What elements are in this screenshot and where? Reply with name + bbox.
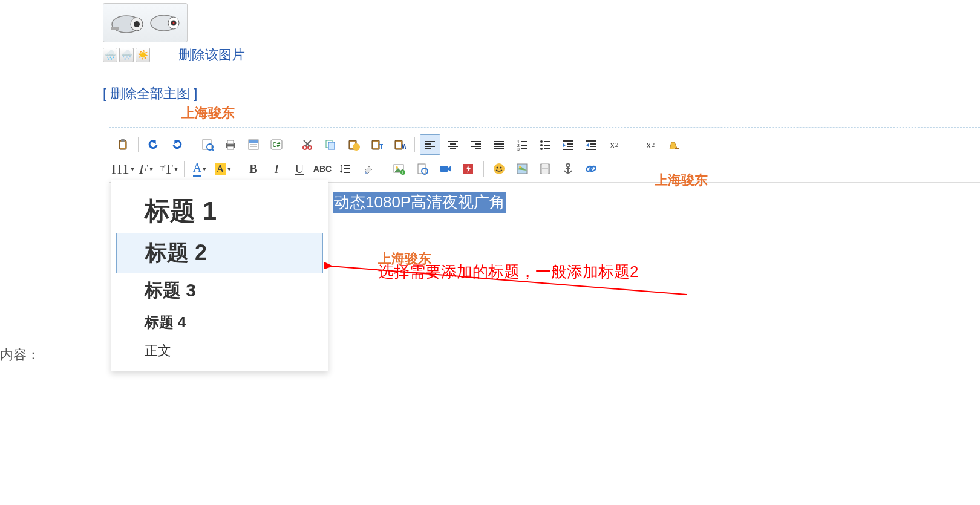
heading-option-h1[interactable]: 标题 1: [111, 189, 328, 233]
font-color-icon[interactable]: A▾: [189, 158, 210, 179]
anchor-icon[interactable]: [558, 158, 578, 179]
outdent-icon[interactable]: [581, 134, 601, 155]
svg-point-95: [567, 164, 570, 167]
strikethrough-icon[interactable]: ABC: [312, 158, 333, 179]
align-left-icon[interactable]: [420, 134, 440, 155]
heading-option-h4[interactable]: 标题 4: [111, 308, 328, 337]
svg-point-7: [173, 22, 175, 24]
indent-icon[interactable]: [558, 134, 578, 155]
heading-menu: 标题 1 标题 2 标题 3 标题 4 正文: [111, 180, 328, 371]
paste-text-icon[interactable]: T: [366, 134, 387, 155]
save-icon[interactable]: [535, 158, 555, 179]
svg-rect-15: [227, 140, 234, 144]
image-effect-row: 🌧️ 🌨️ ☀️ 删除该图片: [103, 46, 980, 64]
svg-rect-10: [121, 139, 125, 142]
svg-text:C#: C#: [273, 142, 281, 148]
rain-icon[interactable]: 🌧️: [103, 48, 117, 62]
align-right-icon[interactable]: [466, 134, 486, 155]
heading-option-h3[interactable]: 标题 3: [111, 273, 328, 308]
svg-rect-28: [328, 142, 335, 149]
svg-point-31: [353, 143, 360, 151]
preview-icon[interactable]: [197, 134, 218, 155]
line-height-icon[interactable]: [335, 158, 356, 179]
superscript-icon[interactable]: x2: [640, 134, 661, 155]
svg-point-2: [134, 21, 140, 27]
image-upload-area: 🌧️ 🌨️ ☀️ 删除该图片 [ 删除全部主图 ]: [0, 0, 980, 103]
ordered-list-icon[interactable]: 123: [512, 134, 532, 155]
svg-text:+: +: [401, 169, 404, 175]
watermark-text: 上海骏东: [181, 104, 235, 122]
heading-dropdown[interactable]: H1▾: [113, 158, 133, 179]
svg-point-62: [540, 148, 543, 150]
align-justify-icon[interactable]: [489, 134, 509, 155]
bold-icon[interactable]: B: [243, 158, 264, 179]
annotation-text: 选择需要添加的标题，一般添加标题2: [378, 261, 638, 282]
link-icon[interactable]: [581, 158, 601, 179]
italic-icon[interactable]: I: [266, 158, 287, 179]
sun-icon[interactable]: ☀️: [136, 48, 150, 62]
insert-video-icon[interactable]: [435, 158, 456, 179]
svg-rect-93: [542, 164, 548, 168]
svg-rect-74: [675, 148, 679, 149]
svg-rect-18: [249, 140, 258, 143]
highlight-color-icon[interactable]: A▾: [212, 158, 233, 179]
snow-icon[interactable]: 🌨️: [119, 48, 134, 62]
svg-point-89: [500, 167, 502, 169]
svg-text:W: W: [402, 143, 406, 150]
svg-rect-33: [373, 142, 378, 148]
svg-rect-16: [227, 146, 234, 149]
svg-point-80: [396, 166, 398, 169]
underline-icon[interactable]: U: [289, 158, 310, 179]
svg-point-61: [540, 144, 543, 146]
undo-icon[interactable]: [143, 134, 164, 155]
svg-text:3: 3: [517, 147, 520, 151]
font-family-dropdown[interactable]: F▾: [136, 158, 156, 179]
rich-text-editor: C# T W 123 x2 x2 H1▾ F▾ TT▾ A▾: [109, 127, 980, 424]
insert-map-icon[interactable]: [512, 158, 532, 179]
svg-point-87: [494, 163, 505, 174]
eraser-icon[interactable]: [358, 158, 379, 179]
paste-html-icon[interactable]: W: [389, 134, 410, 155]
delete-this-image-link[interactable]: 删除该图片: [178, 46, 245, 64]
redo-icon[interactable]: [166, 134, 187, 155]
print-icon[interactable]: [220, 134, 241, 155]
align-center-icon[interactable]: [443, 134, 463, 155]
paste-word-icon[interactable]: [343, 134, 364, 155]
subscript-icon[interactable]: x2: [604, 134, 624, 155]
emoji-icon[interactable]: [489, 158, 509, 179]
product-thumbnail[interactable]: [103, 3, 188, 42]
svg-rect-9: [120, 142, 125, 148]
delete-all-images-link[interactable]: [ 删除全部主图 ]: [103, 85, 980, 103]
svg-point-88: [497, 167, 498, 169]
svg-line-13: [212, 149, 214, 151]
heading-option-h2[interactable]: 标题 2: [116, 233, 323, 273]
clear-format-icon[interactable]: [663, 134, 684, 155]
svg-rect-36: [396, 142, 401, 148]
insert-image-icon[interactable]: +: [389, 158, 410, 179]
svg-rect-94: [542, 169, 548, 174]
unordered-list-icon[interactable]: [535, 134, 555, 155]
svg-point-91: [519, 166, 521, 168]
font-size-dropdown[interactable]: TT▾: [158, 158, 179, 179]
template-icon[interactable]: [243, 134, 264, 155]
paste-icon[interactable]: [113, 134, 133, 155]
insert-flash-icon[interactable]: [458, 158, 479, 179]
insert-file-icon[interactable]: [412, 158, 433, 179]
svg-rect-85: [440, 166, 448, 172]
selected-content-text: 动态1080P高清夜视广角: [333, 192, 506, 213]
svg-text:T: T: [379, 143, 383, 150]
editor-content[interactable]: 动态1080P高清夜视广角 标题 1 标题 2 标题 3 标题 4 正文 选择需…: [109, 182, 980, 424]
cut-icon[interactable]: [297, 134, 318, 155]
heading-option-body[interactable]: 正文: [111, 337, 328, 365]
editor-toolbar: C# T W 123 x2 x2 H1▾ F▾ TT▾ A▾: [109, 128, 980, 182]
svg-rect-3: [111, 27, 119, 30]
source-code-icon[interactable]: C#: [266, 134, 287, 155]
content-field-label: 内容：: [0, 346, 40, 364]
svg-point-60: [540, 140, 543, 143]
copy-icon[interactable]: [320, 134, 341, 155]
